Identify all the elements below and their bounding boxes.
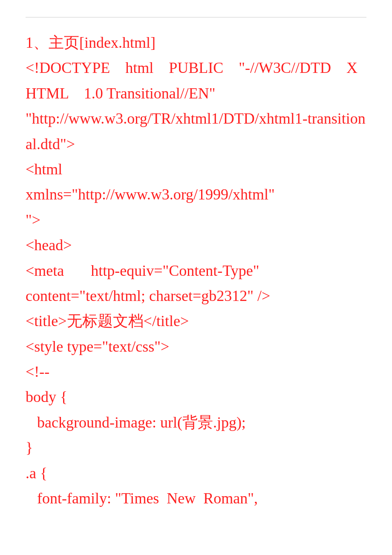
top-divider [26,17,366,17]
code-content: 1、主页[index.html] <!DOCTYPE html PUBLIC "… [26,30,366,511]
